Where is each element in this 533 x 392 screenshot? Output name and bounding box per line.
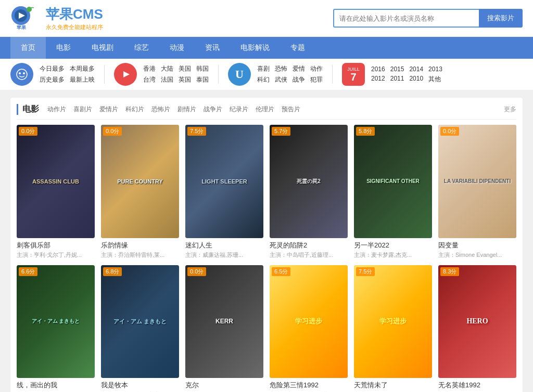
- year-2014[interactable]: 2014: [409, 66, 423, 73]
- score-badge-0: 0.0分: [19, 127, 37, 136]
- svg-point-6: [19, 72, 21, 74]
- movie-tab-2[interactable]: 爱情片: [99, 105, 118, 114]
- movie-card-8[interactable]: 0.0分KERR克尔主演：Erdem Senocak...: [185, 265, 263, 393]
- region-uk[interactable]: 英国: [179, 75, 191, 84]
- movie-card-0[interactable]: 0.0分ASSASSIN CLUB刺客俱乐部主演：亨利·戈尔丁,丹妮...: [17, 125, 95, 259]
- movie-tab-6[interactable]: 战争片: [204, 105, 222, 114]
- region-fr[interactable]: 法国: [161, 75, 173, 84]
- nav-item-1[interactable]: 电影: [46, 37, 81, 59]
- poster-label-6: アイ・アム まきもと: [17, 265, 95, 378]
- movie-title-10: 天荒情未了: [354, 381, 432, 390]
- genre-crime[interactable]: 犯罪: [310, 75, 323, 84]
- year-filter-links: 2016 2015 2014 2013 2012 2011 2010 其他: [371, 66, 442, 84]
- movie-card-10[interactable]: 7.5分学习进步天荒情未了主演：梅尔吉布森,杰米...: [354, 265, 432, 393]
- nav-item-7[interactable]: 专题: [280, 37, 315, 59]
- movie-card-7[interactable]: 6.8分アイ・アム まきもと我是牧本主演：阿部隆史,绳方义...: [101, 265, 179, 393]
- movie-tab-0[interactable]: 动作片: [47, 105, 66, 114]
- quick-filter-links: 今日最多 本周最多 历史最多 最新上映: [40, 64, 95, 84]
- movie-title-2: 迷幻人生: [185, 241, 263, 250]
- region-us[interactable]: 美国: [179, 64, 191, 73]
- movie-title-6: 线，画出的我: [17, 381, 95, 390]
- movie-section-more[interactable]: 更多: [504, 105, 516, 114]
- poster-label-10: 学习进步: [354, 265, 432, 378]
- genre-war[interactable]: 战争: [293, 75, 305, 84]
- movie-card-3[interactable]: 5.7分死霊の罠2死灵的陷阱2主演：中岛唱子,近藤理...: [270, 125, 348, 259]
- score-badge-3: 5.7分: [272, 127, 290, 136]
- header: 苹果 苹果CMS 永久免费全能建站程序 搜索影片: [0, 0, 533, 37]
- movie-card-9[interactable]: 6.5分学习进步危险第三情1992主演：库尔特拉塞尔,蕾...: [270, 265, 348, 393]
- divider-3: [332, 65, 333, 84]
- genre-comedy[interactable]: 喜剧: [257, 64, 270, 73]
- nav-item-5[interactable]: 资讯: [195, 37, 230, 59]
- movie-sub-0: 主演：亨利·戈尔丁,丹妮...: [17, 251, 95, 259]
- score-badge-1: 0.0分: [103, 127, 122, 136]
- poster-label-0: ASSASSIN CLUB: [17, 125, 95, 238]
- movie-title-1: 乐韵情缘: [101, 241, 179, 250]
- movie-card-5[interactable]: 0.0分LA VARIABILI DIPENDENTI因变量主演：Simone …: [438, 125, 516, 259]
- poster-label-5: LA VARIABILI DIPENDENTI: [438, 125, 516, 238]
- region-tw[interactable]: 台湾: [143, 75, 156, 84]
- genre-romance[interactable]: 爱情: [293, 64, 305, 73]
- movie-tab-7[interactable]: 纪录片: [230, 105, 248, 114]
- nav-item-4[interactable]: 动漫: [159, 37, 195, 59]
- movie-tab-1[interactable]: 喜剧片: [73, 105, 92, 114]
- movie-title-3: 死灵的陷阱2: [270, 241, 348, 250]
- poster-label-3: 死霊の罠2: [270, 125, 348, 238]
- genre-action[interactable]: 动作: [310, 64, 323, 73]
- logo-area: 苹果 苹果CMS 永久免费全能建站程序: [10, 5, 103, 31]
- nav-item-2[interactable]: 电视剧: [81, 37, 124, 59]
- score-badge-7: 6.8分: [103, 267, 122, 276]
- year-2012[interactable]: 2012: [371, 75, 385, 84]
- search-button[interactable]: 搜索影片: [479, 9, 523, 28]
- filter-week-most[interactable]: 本周最多: [70, 64, 95, 73]
- movie-title-5: 因变量: [438, 241, 516, 250]
- movie-sub-3: 主演：中岛唱子,近藤理...: [270, 251, 348, 259]
- region-kr[interactable]: 韩国: [196, 64, 209, 73]
- movie-card-6[interactable]: 6.6分アイ・アム まきもと线，画出的我主演：横滨流星,江口洋...: [17, 265, 95, 393]
- movie-tab-9[interactable]: 预告片: [282, 105, 300, 114]
- region-th[interactable]: 泰国: [196, 75, 209, 84]
- svg-point-5: [17, 69, 27, 80]
- year-2016[interactable]: 2016: [371, 66, 385, 73]
- year-2011[interactable]: 2011: [390, 75, 404, 84]
- logo-title: 苹果CMS: [46, 5, 103, 23]
- region-hk[interactable]: 香港: [143, 64, 156, 73]
- movie-sub-1: 主演：乔治斯特雷特,莱...: [101, 251, 179, 259]
- region-cn[interactable]: 大陆: [161, 64, 173, 73]
- movie-tab-5[interactable]: 剧情片: [177, 105, 196, 114]
- movie-card-4[interactable]: 5.8分SIGNIFICANT OTHER另一半2022主演：麦卡梦露,杰克..…: [354, 125, 432, 259]
- genre-wuxia[interactable]: 武侠: [275, 75, 287, 84]
- calendar-badge: JUILL 7: [342, 63, 365, 86]
- filter-today-most[interactable]: 今日最多: [40, 64, 65, 73]
- movie-card-11[interactable]: 8.3分HERO无名英雄1992主演：: [438, 265, 516, 393]
- svg-text:苹果: 苹果: [17, 25, 27, 30]
- movie-card-1[interactable]: 0.0分PURE COUNTRY乐韵情缘主演：乔治斯特雷特,莱...: [101, 125, 179, 259]
- search-input[interactable]: [333, 9, 479, 28]
- genre-filter-links: 喜剧 恐怖 爱情 动作 科幻 武侠 战争 犯罪: [257, 64, 323, 84]
- movie-title-4: 另一半2022: [354, 241, 432, 250]
- filter-history-most[interactable]: 历史最多: [40, 75, 65, 84]
- year-2013[interactable]: 2013: [428, 66, 442, 73]
- year-2015[interactable]: 2015: [390, 66, 404, 73]
- poster-label-7: アイ・アム まきもと: [101, 265, 179, 378]
- svg-marker-8: [123, 71, 130, 77]
- score-badge-8: 0.0分: [187, 267, 206, 276]
- movie-tab-8[interactable]: 伦理片: [256, 105, 274, 114]
- nav-item-0[interactable]: 首页: [10, 37, 46, 59]
- year-other[interactable]: 其他: [428, 75, 441, 84]
- movie-title-11: 无名英雄1992: [438, 381, 516, 390]
- genre-horror[interactable]: 恐怖: [275, 64, 287, 73]
- nav-item-3[interactable]: 综艺: [124, 37, 159, 59]
- score-badge-11: 8.3分: [440, 267, 459, 276]
- movie-card-2[interactable]: 7.5分LIGHT SLEEPER迷幻人生主演：威廉达福,苏珊...: [185, 125, 263, 259]
- year-2010[interactable]: 2010: [409, 75, 423, 84]
- movie-tab-4[interactable]: 恐怖片: [151, 105, 170, 114]
- nav-item-6[interactable]: 电影解说: [230, 37, 280, 59]
- divider-2: [218, 65, 219, 84]
- logo-subtitle: 永久免费全能建站程序: [46, 23, 103, 31]
- genre-scifi[interactable]: 科幻: [257, 75, 270, 84]
- movie-title-8: 克尔: [185, 381, 263, 390]
- movie-tab-3[interactable]: 科幻片: [125, 105, 144, 114]
- filter-latest[interactable]: 最新上映: [70, 75, 95, 84]
- movie-title-7: 我是牧本: [101, 381, 179, 390]
